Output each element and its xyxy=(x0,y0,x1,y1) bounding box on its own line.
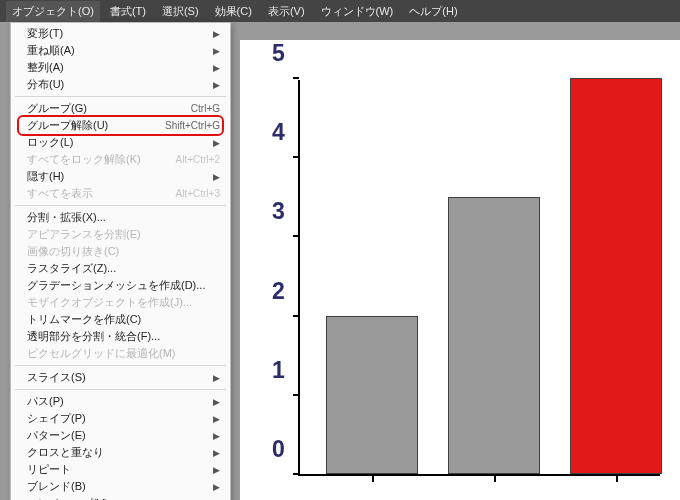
menu-item-label: ブレンド(B) xyxy=(27,479,86,494)
menu-item-shortcut: Shift+Ctrl+G xyxy=(165,120,220,131)
menu-item[interactable]: グループ解除(U)Shift+Ctrl+G xyxy=(11,117,230,134)
chevron-right-icon: ▶ xyxy=(213,373,220,383)
menu-item[interactable]: グラデーションメッシュを作成(D)... xyxy=(11,277,230,294)
y-tick xyxy=(293,235,299,237)
menubar-item-window[interactable]: ウィンドウ(W) xyxy=(315,1,400,22)
menu-item[interactable]: 整列(A)▶ xyxy=(11,59,230,76)
chevron-right-icon: ▶ xyxy=(213,465,220,475)
y-tick-label: 4 xyxy=(272,119,285,146)
chevron-right-icon: ▶ xyxy=(213,63,220,73)
menu-item[interactable]: ロック(L)▶ xyxy=(11,134,230,151)
menubar-item-select[interactable]: 選択(S) xyxy=(156,1,205,22)
menu-item[interactable]: リピート▶ xyxy=(11,461,230,478)
menu-item[interactable]: スライス(S)▶ xyxy=(11,369,230,386)
chevron-right-icon: ▶ xyxy=(213,29,220,39)
menu-item-label: 分割・拡張(X)... xyxy=(27,210,106,225)
menu-item[interactable]: 重ね順(A)▶ xyxy=(11,42,230,59)
y-tick-label: 3 xyxy=(272,198,285,225)
menu-item: すべてをロック解除(K)Alt+Ctrl+2 xyxy=(11,151,230,168)
y-tick-label: 5 xyxy=(272,40,285,67)
bar[interactable] xyxy=(448,197,540,474)
bar-chart[interactable]: 012345 xyxy=(260,80,660,498)
x-tick xyxy=(494,474,496,482)
menu-item[interactable]: 分割・拡張(X)... xyxy=(11,209,230,226)
chevron-right-icon: ▶ xyxy=(213,448,220,458)
chevron-right-icon: ▶ xyxy=(213,46,220,56)
menu-item-label: 隠す(H) xyxy=(27,169,64,184)
menu-item-label: パス(P) xyxy=(27,394,64,409)
chevron-right-icon: ▶ xyxy=(213,138,220,148)
y-tick xyxy=(293,156,299,158)
menubar-item-effect[interactable]: 効果(C) xyxy=(209,1,258,22)
menu-item-label: エンベロープ(V) xyxy=(27,496,108,500)
menu-item-label: アピアランスを分割(E) xyxy=(27,227,141,242)
menu-separator xyxy=(15,365,226,366)
menu-item-label: ロック(L) xyxy=(27,135,73,150)
menu-item[interactable]: ラスタライズ(Z)... xyxy=(11,260,230,277)
menu-item-label: 整列(A) xyxy=(27,60,64,75)
menu-item-label: 画像の切り抜き(C) xyxy=(27,244,119,259)
menu-item[interactable]: パス(P)▶ xyxy=(11,393,230,410)
x-axis xyxy=(298,474,660,476)
menu-item-label: クロスと重なり xyxy=(27,445,104,460)
menu-item-label: 変形(T) xyxy=(27,26,63,41)
y-tick xyxy=(293,473,299,475)
menu-item[interactable]: 変形(T)▶ xyxy=(11,25,230,42)
chevron-right-icon: ▶ xyxy=(213,414,220,424)
bar[interactable] xyxy=(326,316,418,474)
menu-item-label: グループ解除(U) xyxy=(27,118,108,133)
menu-item-label: 重ね順(A) xyxy=(27,43,75,58)
chevron-right-icon: ▶ xyxy=(213,80,220,90)
menu-item: すべてを表示Alt+Ctrl+3 xyxy=(11,185,230,202)
menu-item: ピクセルグリッドに最適化(M) xyxy=(11,345,230,362)
menu-item-label: モザイクオブジェクトを作成(J)... xyxy=(27,295,192,310)
menu-item[interactable]: エンベロープ(V)▶ xyxy=(11,495,230,500)
menu-item-label: すべてを表示 xyxy=(27,186,93,201)
menu-item-label: グループ(G) xyxy=(27,101,87,116)
menu-item-label: シェイプ(P) xyxy=(27,411,86,426)
menu-item[interactable]: 分布(U)▶ xyxy=(11,76,230,93)
y-axis xyxy=(298,80,300,476)
menu-item: モザイクオブジェクトを作成(J)... xyxy=(11,294,230,311)
menu-item[interactable]: 隠す(H)▶ xyxy=(11,168,230,185)
menu-item[interactable]: ブレンド(B)▶ xyxy=(11,478,230,495)
menubar-item-object[interactable]: オブジェクト(O) xyxy=(6,1,100,22)
bar[interactable] xyxy=(570,78,662,474)
menu-item[interactable]: パターン(E)▶ xyxy=(11,427,230,444)
menu-item[interactable]: トリムマークを作成(C) xyxy=(11,311,230,328)
menu-separator xyxy=(15,205,226,206)
chevron-right-icon: ▶ xyxy=(213,482,220,492)
menubar: オブジェクト(O) 書式(T) 選択(S) 効果(C) 表示(V) ウィンドウ(… xyxy=(0,0,680,22)
menu-item-shortcut: Alt+Ctrl+2 xyxy=(176,154,220,165)
menu-item-label: 分布(U) xyxy=(27,77,64,92)
menu-item-label: ラスタライズ(Z)... xyxy=(27,261,116,276)
menu-item-label: パターン(E) xyxy=(27,428,86,443)
menu-item-label: ピクセルグリッドに最適化(M) xyxy=(27,346,176,361)
menubar-item-type[interactable]: 書式(T) xyxy=(104,1,152,22)
menu-item-label: グラデーションメッシュを作成(D)... xyxy=(27,278,205,293)
menu-item[interactable]: クロスと重なり▶ xyxy=(11,444,230,461)
y-tick xyxy=(293,315,299,317)
chevron-right-icon: ▶ xyxy=(213,397,220,407)
y-tick-label: 1 xyxy=(272,356,285,383)
menu-item-label: リピート xyxy=(27,462,71,477)
object-menu-dropdown: 変形(T)▶重ね順(A)▶整列(A)▶分布(U)▶グループ(G)Ctrl+Gグル… xyxy=(10,22,231,500)
menu-item-shortcut: Ctrl+G xyxy=(191,103,220,114)
menubar-item-view[interactable]: 表示(V) xyxy=(262,1,311,22)
menu-item[interactable]: シェイプ(P)▶ xyxy=(11,410,230,427)
menu-item[interactable]: 透明部分を分割・統合(F)... xyxy=(11,328,230,345)
y-tick-label: 0 xyxy=(272,436,285,463)
y-tick-label: 2 xyxy=(272,277,285,304)
x-tick xyxy=(616,474,618,482)
chevron-right-icon: ▶ xyxy=(213,431,220,441)
menu-separator xyxy=(15,389,226,390)
menu-separator xyxy=(15,96,226,97)
y-tick xyxy=(293,394,299,396)
menu-item-shortcut: Alt+Ctrl+3 xyxy=(176,188,220,199)
canvas-area: 012345 xyxy=(240,40,680,500)
menubar-item-help[interactable]: ヘルプ(H) xyxy=(403,1,463,22)
chevron-right-icon: ▶ xyxy=(213,172,220,182)
menu-item-label: 透明部分を分割・統合(F)... xyxy=(27,329,160,344)
menu-item-label: スライス(S) xyxy=(27,370,86,385)
y-tick xyxy=(293,77,299,79)
